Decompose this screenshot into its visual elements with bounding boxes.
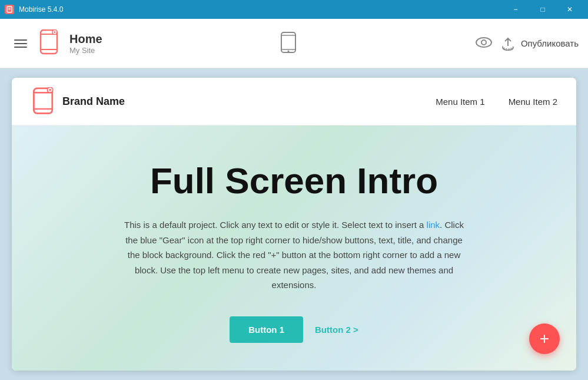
- window-controls: − □ ✕: [502, 0, 583, 19]
- mobile-preview-button[interactable]: [280, 32, 297, 55]
- nav-menu-item-1[interactable]: Menu Item 1: [436, 97, 484, 107]
- brand-site-label: My Site: [69, 46, 102, 55]
- app-bar: Home My Site: [0, 19, 588, 68]
- hero-desc-text2: . Click the blue "Gear" icon at the top …: [125, 220, 464, 290]
- hero-desc-text1: This is a default project. Click any tex…: [124, 220, 427, 230]
- preview-nav: Brand Name Menu Item 1 Menu Item 2: [12, 78, 576, 125]
- publish-label: Опубликовать: [521, 38, 579, 48]
- main-area: Brand Name Menu Item 1 Menu Item 2 Full …: [0, 68, 588, 380]
- minimize-button[interactable]: −: [502, 0, 529, 19]
- brand-home-label: Home: [69, 32, 102, 46]
- menu-line: [14, 43, 27, 44]
- hero-description: This is a default project. Click any tex…: [124, 217, 465, 293]
- preview-brand: Brand Name: [31, 87, 125, 115]
- menu-toggle-button[interactable]: [9, 35, 32, 52]
- hero-link[interactable]: link: [427, 220, 440, 230]
- hero-button-1[interactable]: Button 1: [230, 316, 303, 343]
- brand-logo-icon: [39, 29, 60, 58]
- app-bar-center: [102, 32, 475, 55]
- app-icon: [5, 5, 14, 14]
- maximize-button[interactable]: □: [529, 0, 556, 19]
- site-preview: Brand Name Menu Item 1 Menu Item 2 Full …: [12, 78, 576, 371]
- brand-area: Home My Site: [69, 32, 102, 55]
- add-block-fab[interactable]: +: [529, 323, 560, 354]
- title-bar: Mobirise 5.4.0 − □ ✕: [0, 0, 588, 19]
- app-bar-right: Опубликовать: [475, 35, 579, 52]
- preview-brand-name: Brand Name: [62, 95, 125, 108]
- preview-hero: Full Screen Intro This is a default proj…: [12, 125, 576, 371]
- hero-button-2[interactable]: Button 2 >: [315, 325, 358, 335]
- preview-nav-links: Menu Item 1 Menu Item 2: [436, 97, 557, 107]
- preview-button[interactable]: [475, 36, 493, 51]
- publish-button[interactable]: Опубликовать: [500, 35, 579, 52]
- title-bar-left: Mobirise 5.4.0: [5, 5, 63, 14]
- menu-line: [14, 39, 27, 41]
- nav-menu-item-2[interactable]: Menu Item 2: [509, 97, 557, 107]
- hero-buttons: Button 1 Button 2 >: [230, 316, 358, 343]
- svg-point-13: [476, 38, 491, 47]
- menu-line: [14, 47, 27, 48]
- hero-title[interactable]: Full Screen Intro: [150, 161, 438, 201]
- svg-point-14: [481, 40, 486, 45]
- svg-point-12: [288, 50, 290, 52]
- close-button[interactable]: ✕: [556, 0, 583, 19]
- app-title: Mobirise 5.4.0: [19, 5, 63, 14]
